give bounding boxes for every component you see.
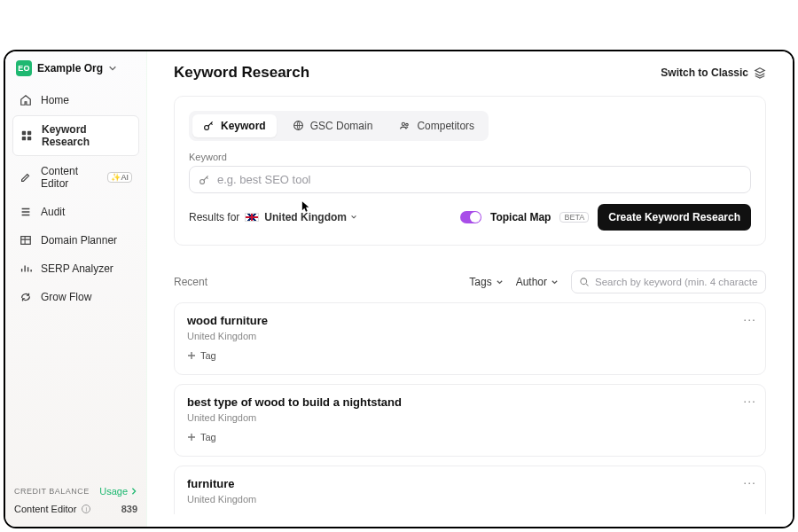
keyword-search-card: Keyword GSC Domain Competitors: [174, 96, 766, 246]
sidebar-nav: Home Keyword Research Content Editor ✨AI: [5, 82, 146, 316]
filter-label: Author: [516, 276, 547, 288]
keyword-input[interactable]: [217, 173, 741, 186]
recent-list: ··· wood furniture United Kingdom Tag ··…: [174, 302, 766, 514]
results-for: Results for United Kingdom: [189, 211, 357, 223]
topical-map-label: Topical Map: [490, 211, 551, 223]
chevron-down-icon: [108, 64, 117, 73]
svg-rect-4: [21, 237, 31, 245]
grid-icon: [20, 129, 33, 142]
svg-rect-3: [27, 137, 31, 140]
home-icon: [20, 94, 32, 106]
svg-rect-1: [27, 131, 31, 135]
sidebar-item-label: Audit: [41, 206, 65, 218]
sidebar-item-label: Keyword Research: [42, 123, 131, 148]
sidebar-item-keyword-research[interactable]: Keyword Research: [12, 115, 139, 156]
sidebar-item-grow-flow[interactable]: Grow Flow: [12, 284, 139, 310]
key-icon: [199, 174, 210, 185]
main: Keyword Research Switch to Classic Keywo…: [147, 51, 793, 527]
credit-balance-label: Credit Balance: [14, 487, 90, 496]
svg-point-8: [406, 123, 409, 126]
sidebar-item-serp-analyzer[interactable]: SERP Analyzer: [12, 255, 139, 282]
bars-icon: [20, 262, 32, 275]
sidebar-item-audit[interactable]: Audit: [12, 199, 139, 225]
key-icon: [203, 120, 215, 132]
tab-label: Competitors: [417, 120, 474, 132]
tab-keyword[interactable]: Keyword: [192, 114, 277, 137]
country-selector[interactable]: United Kingdom: [264, 211, 357, 223]
recent-item-keyword: best type of wood to build a nightstand: [187, 395, 753, 409]
svg-rect-0: [22, 131, 26, 135]
search-mode-tabs: Keyword GSC Domain Competitors: [189, 111, 489, 141]
sidebar-item-domain-planner[interactable]: Domain Planner: [12, 227, 139, 254]
filter-tags[interactable]: Tags: [469, 276, 503, 288]
sidebar-item-label: Content Editor: [41, 165, 98, 190]
sidebar-item-label: SERP Analyzer: [41, 262, 113, 275]
sidebar-item-label: Grow Flow: [41, 291, 91, 303]
tab-gsc-domain[interactable]: GSC Domain: [282, 114, 384, 137]
recent-item-location: United Kingdom: [187, 494, 753, 505]
org-switcher[interactable]: EO Example Org: [5, 51, 146, 82]
switch-to-classic-label: Switch to Classic: [661, 66, 748, 79]
svg-rect-2: [22, 137, 26, 140]
tag-label: Tag: [200, 350, 216, 361]
tag-label: Tag: [200, 513, 216, 514]
svg-point-10: [581, 278, 587, 285]
recent-item-location: United Kingdom: [187, 412, 753, 423]
credit-item-label: Content Editor: [14, 504, 76, 514]
credit-item-value: 839: [121, 504, 137, 514]
svg-point-7: [403, 122, 405, 125]
info-icon[interactable]: i: [82, 505, 90, 513]
page-title: Keyword Research: [174, 64, 309, 82]
recent-item[interactable]: ··· furniture United Kingdom Tag: [174, 466, 766, 514]
usage-link[interactable]: Usage: [99, 486, 137, 497]
sidebar: EO Example Org Home Keyword Res: [5, 51, 147, 527]
recent-search-wrapper[interactable]: [571, 270, 766, 293]
sidebar-item-home[interactable]: Home: [12, 87, 139, 113]
ai-badge: ✨AI: [107, 172, 132, 183]
tab-label: GSC Domain: [310, 120, 373, 132]
sidebar-item-content-editor[interactable]: Content Editor ✨AI: [12, 158, 139, 197]
edit-icon: [20, 171, 32, 184]
cycle-icon: [20, 291, 32, 303]
add-tag-button[interactable]: Tag: [187, 350, 216, 361]
recent-search-input[interactable]: [595, 277, 758, 287]
org-name: Example Org: [37, 62, 103, 74]
beta-badge: BETA: [559, 212, 589, 223]
country-name: United Kingdom: [264, 211, 347, 223]
keyword-field-label: Keyword: [189, 152, 751, 162]
tab-competitors[interactable]: Competitors: [388, 114, 485, 137]
recent-heading: Recent: [174, 276, 207, 288]
recent-item-keyword: wood furniture: [187, 314, 753, 327]
switch-to-classic-button[interactable]: Switch to Classic: [661, 66, 766, 79]
globe-icon: [293, 120, 305, 132]
add-tag-button[interactable]: Tag: [187, 432, 216, 442]
recent-item[interactable]: ··· best type of wood to build a nightst…: [174, 384, 766, 457]
filter-label: Tags: [469, 276, 491, 288]
results-for-label: Results for: [189, 211, 239, 223]
tab-label: Keyword: [221, 120, 266, 132]
topical-map-toggle[interactable]: [460, 211, 481, 223]
usage-label: Usage: [99, 486, 128, 497]
create-keyword-research-button[interactable]: Create Keyword Research: [598, 204, 751, 231]
search-icon: [579, 277, 590, 287]
keyword-input-wrapper[interactable]: [189, 166, 751, 193]
recent-item[interactable]: ··· wood furniture United Kingdom Tag: [174, 302, 766, 375]
uk-flag-icon: [245, 213, 259, 222]
org-avatar: EO: [16, 60, 32, 76]
sidebar-footer: Credit Balance Usage Content Editor i 83…: [5, 477, 146, 527]
tag-label: Tag: [200, 432, 216, 442]
sidebar-item-label: Home: [41, 94, 69, 106]
more-icon[interactable]: ···: [743, 312, 756, 326]
more-icon[interactable]: ···: [743, 394, 756, 408]
add-tag-button[interactable]: Tag: [187, 513, 216, 514]
more-icon[interactable]: ···: [743, 475, 756, 489]
people-icon: [399, 120, 411, 132]
recent-item-keyword: furniture: [187, 477, 753, 490]
list-icon: [20, 206, 32, 218]
table-icon: [20, 234, 32, 246]
layers-icon: [754, 66, 766, 79]
filter-author[interactable]: Author: [516, 276, 559, 288]
sidebar-item-label: Domain Planner: [41, 234, 117, 246]
recent-item-location: United Kingdom: [187, 331, 753, 341]
